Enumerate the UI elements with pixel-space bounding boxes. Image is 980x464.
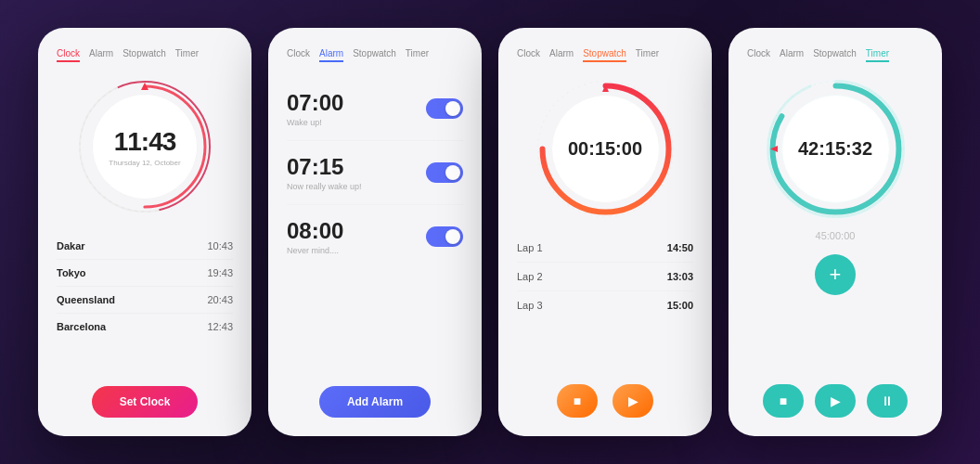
tab-alarm-stopwatch[interactable]: Stopwatch	[353, 48, 396, 62]
lap-row-0: Lap 1 14:50	[517, 234, 693, 263]
timer-time: 42:15:32	[798, 138, 872, 160]
clock-face-container: // Will be rendered inline below	[57, 77, 233, 216]
tab-alarm-alarm[interactable]: Alarm	[319, 48, 343, 62]
phone-clock: Clock Alarm Stopwatch Timer // Will be r…	[38, 28, 251, 436]
stopwatch-face: 00:15:00	[517, 77, 693, 221]
timer-pause-button[interactable]: ⏸	[867, 384, 908, 418]
wc-time-1: 19:43	[207, 267, 233, 278]
alarm-label-2: Never mind....	[287, 246, 343, 255]
timer-play-button[interactable]: ▶	[815, 384, 856, 418]
wc-time-0: 10:43	[207, 240, 233, 251]
clock-time: 11:43	[109, 127, 180, 157]
phones-container: Clock Alarm Stopwatch Timer // Will be r…	[38, 28, 942, 436]
wc-city-1: Tokyo	[57, 267, 86, 278]
wc-city-2: Queensland	[57, 294, 115, 305]
lap-name-2: Lap 3	[517, 300, 543, 311]
alarm-label-0: Wake up!	[287, 118, 343, 127]
tab-t-stopwatch[interactable]: Stopwatch	[813, 48, 857, 62]
lap-time-0: 14:50	[667, 242, 693, 253]
alarm-label-1: Now really wake up!	[287, 182, 362, 191]
nav-stopwatch: Clock Alarm Stopwatch Timer	[517, 48, 693, 62]
lap-name-0: Lap 1	[517, 242, 543, 253]
lap-time-2: 15:00	[667, 300, 693, 311]
sw-time: 00:15:00	[568, 138, 642, 160]
tab-sw-alarm[interactable]: Alarm	[549, 48, 574, 62]
set-clock-button[interactable]: Set Clock	[92, 386, 199, 418]
alarm-toggle-1[interactable]	[426, 162, 463, 183]
wc-row-2: Queensland 20:43	[57, 287, 233, 314]
alarm-toggle-2[interactable]	[426, 226, 463, 247]
alarm-toggle-0[interactable]	[426, 98, 463, 119]
alarm-time-1: 07:15	[287, 154, 362, 180]
tab-sw-clock[interactable]: Clock	[517, 48, 540, 62]
timer-circle: 42:15:32	[764, 77, 908, 221]
tab-alarm-clock[interactable]: Clock	[287, 48, 310, 62]
alarm-item-0: 07:00 Wake up!	[287, 77, 463, 141]
wc-city-0: Dakar	[57, 240, 85, 251]
tab-alarm-timer[interactable]: Timer	[406, 48, 429, 62]
sw-controls: ■ ▶	[517, 384, 693, 418]
alarm-info-1: 07:15 Now really wake up!	[287, 154, 362, 191]
timer-target: 45:00:00	[747, 230, 923, 241]
wc-row-0: Dakar 10:43	[57, 233, 233, 260]
wc-city-3: Barcelona	[57, 321, 106, 332]
svg-marker-7	[142, 84, 148, 89]
plus-icon: +	[830, 264, 842, 285]
tab-clock-alarm[interactable]: Alarm	[89, 48, 113, 62]
tab-t-clock[interactable]: Clock	[747, 48, 770, 62]
timer-add-button[interactable]: +	[815, 254, 856, 295]
sw-circle: 00:15:00	[534, 77, 677, 221]
tab-clock-timer[interactable]: Timer	[175, 48, 199, 62]
tab-clock-clock[interactable]: Clock	[57, 48, 80, 62]
timer-stop-button[interactable]: ■	[763, 384, 804, 418]
lap-row-1: Lap 2 13:03	[517, 263, 693, 291]
wc-time-3: 12:43	[207, 321, 233, 332]
lap-time-1: 13:03	[667, 271, 693, 282]
timer-face: 42:15:32	[747, 77, 923, 221]
sw-play-button[interactable]: ▶	[612, 384, 653, 418]
clock-inner: 11:43 Thursday 12, October	[109, 127, 180, 167]
alarm-info-2: 08:00 Never mind....	[287, 218, 343, 255]
alarm-list: 07:00 Wake up! 07:15 Now really wake up!…	[287, 77, 463, 375]
tab-t-alarm[interactable]: Alarm	[780, 48, 804, 62]
sw-stop-button[interactable]: ■	[557, 384, 598, 418]
tab-t-timer[interactable]: Timer	[866, 48, 889, 62]
alarm-item-2: 08:00 Never mind....	[287, 205, 463, 268]
phone-timer: Clock Alarm Stopwatch Timer 4	[729, 28, 942, 436]
wc-time-2: 20:43	[207, 294, 233, 305]
tab-sw-stopwatch[interactable]: Stopwatch	[583, 48, 626, 62]
clock-face: // Will be rendered inline below	[75, 77, 214, 216]
wc-row-3: Barcelona 12:43	[57, 314, 233, 340]
nav-timer: Clock Alarm Stopwatch Timer	[747, 48, 923, 62]
add-alarm-button[interactable]: Add Alarm	[319, 386, 431, 418]
nav-alarm: Clock Alarm Stopwatch Timer	[287, 48, 463, 62]
world-clocks: Dakar 10:43 Tokyo 19:43 Queensland 20:43…	[57, 233, 233, 375]
lap-row-2: Lap 3 15:00	[517, 291, 693, 319]
timer-controls: ■ ▶ ⏸	[747, 384, 923, 418]
alarm-item-1: 07:15 Now really wake up!	[287, 141, 463, 205]
phone-stopwatch: Clock Alarm Stopwatch Timer	[498, 28, 712, 436]
alarm-time-2: 08:00	[287, 218, 343, 244]
tab-sw-timer[interactable]: Timer	[636, 48, 659, 62]
phone-alarm: Clock Alarm Stopwatch Timer 07:00 Wake u…	[268, 28, 482, 436]
wc-row-1: Tokyo 19:43	[57, 260, 233, 287]
alarm-time-0: 07:00	[287, 90, 343, 116]
nav-clock: Clock Alarm Stopwatch Timer	[57, 48, 233, 62]
alarm-info-0: 07:00 Wake up!	[287, 90, 343, 127]
lap-list: Lap 1 14:50 Lap 2 13:03 Lap 3 15:00	[517, 234, 693, 371]
lap-name-1: Lap 2	[517, 271, 543, 282]
clock-date: Thursday 12, October	[109, 159, 180, 167]
tab-clock-stopwatch[interactable]: Stopwatch	[122, 48, 166, 62]
